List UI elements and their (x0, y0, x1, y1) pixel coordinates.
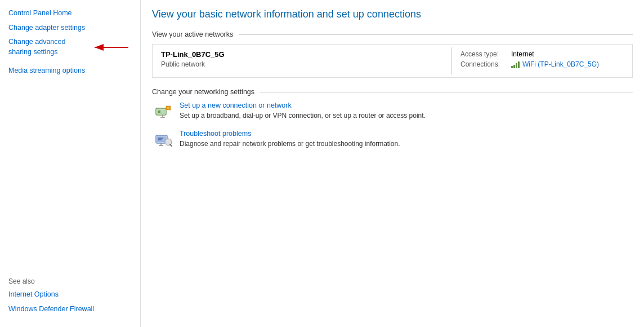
page-title: View your basic network information and … (152, 8, 633, 20)
sidebar-link-change-adapter-settings[interactable]: Change adapter settings (8, 23, 140, 33)
troubleshoot-item: Troubleshoot problems Diagnose and repai… (152, 130, 633, 149)
troubleshoot-icon (155, 131, 173, 149)
connections-value[interactable]: WiFi (TP-Link_0B7C_5G) (522, 60, 599, 68)
svg-point-7 (167, 107, 170, 110)
troubleshoot-link[interactable]: Troubleshoot problems (180, 130, 633, 138)
connections-label: Connections: (460, 60, 511, 68)
main-content: View your basic network information and … (141, 0, 644, 327)
sidebar-link-media-streaming[interactable]: Media streaming options (8, 66, 140, 76)
networking-settings-section: Change your networking settings (152, 88, 633, 149)
connections-row: Connections: WiFi (TP-Link_0B7C_5G) (460, 60, 624, 68)
access-type-label: Access type: (460, 50, 511, 58)
access-type-value: Internet (511, 50, 534, 58)
network-name: TP-Link_0B7C_5G (161, 50, 443, 59)
networking-settings-divider (260, 92, 633, 92)
new-connection-text: Set up a new connection or network Set u… (180, 101, 633, 121)
new-connection-link[interactable]: Set up a new connection or network (180, 101, 633, 109)
wifi-bars-icon (511, 60, 520, 68)
access-type-row: Access type: Internet (460, 50, 624, 58)
new-connection-item: Set up a new connection or network Set u… (152, 101, 633, 121)
sidebar-link-internet-options[interactable]: Internet Options (8, 290, 140, 300)
svg-rect-4 (158, 111, 160, 113)
troubleshoot-text: Troubleshoot problems Diagnose and repai… (180, 130, 633, 149)
new-connection-description: Set up a broadband, dial-up or VPN conne… (180, 112, 426, 120)
active-networks-section-header: View your active networks (152, 30, 633, 38)
networking-settings-label: Change your networking settings (152, 88, 254, 96)
svg-rect-11 (157, 136, 166, 142)
sidebar: Control Panel Home Change adapter settin… (0, 0, 141, 327)
sidebar-link-windows-defender[interactable]: Windows Defender Firewall (8, 304, 140, 315)
new-connection-icon (155, 103, 173, 121)
network-type: Public network (161, 60, 443, 68)
network-info-right: Access type: Internet Connections: WiFi … (452, 45, 632, 77)
active-networks-divider (239, 34, 633, 35)
networking-settings-header-row: Change your networking settings (152, 88, 633, 96)
sidebar-link-change-advanced-sharing[interactable]: Change advanced sharing settings (8, 37, 90, 57)
see-also-label: See also (8, 272, 140, 285)
troubleshoot-description: Diagnose and repair network problems or … (180, 140, 400, 148)
network-info-left: TP-Link_0B7C_5G Public network (153, 45, 451, 77)
networks-box: TP-Link_0B7C_5G Public network Access ty… (152, 44, 633, 78)
active-networks-label: View your active networks (152, 30, 233, 38)
svg-line-17 (170, 144, 172, 146)
red-arrow-icon (92, 42, 131, 53)
sidebar-link-control-panel-home[interactable]: Control Panel Home (8, 8, 140, 19)
